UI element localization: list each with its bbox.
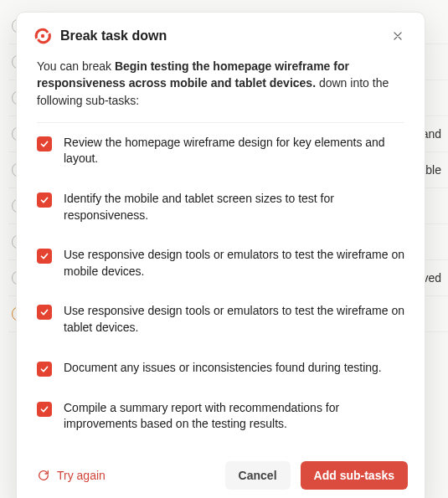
check-icon [39,404,49,414]
modal-intro: You can break Begin testing the homepage… [17,58,425,122]
subtask-row[interactable]: Review the homepage wireframe design for… [37,123,404,179]
subtask-row[interactable]: Identify the mobile and tablet screen si… [37,179,404,235]
break-task-down-modal: Break task down You can break Begin test… [16,12,425,498]
modal-header: Break task down [17,13,425,58]
subtask-checkbox[interactable] [37,193,52,208]
subtask-label: Identify the mobile and tablet screen si… [64,191,404,223]
subtask-row[interactable]: Compile a summary report with recommenda… [37,388,404,444]
close-button[interactable] [388,26,408,46]
close-icon [392,30,404,42]
subtask-row[interactable]: Document any issues or inconsistencies f… [37,348,404,388]
svg-point-0 [41,34,44,38]
subtask-label: Use responsive design tools or emulators… [64,247,404,280]
subtask-row[interactable]: Use responsive design tools or emulators… [37,291,404,347]
ai-swirl-icon [33,27,52,45]
subtask-checkbox[interactable] [37,305,52,320]
subtask-label: Document any issues or inconsistencies f… [64,360,404,377]
subtask-row[interactable]: Use responsive design tools or emulators… [37,235,404,291]
try-again-button[interactable]: Try again [33,464,109,487]
subtask-checkbox[interactable] [37,249,52,264]
subtask-list: Review the homepage wireframe design for… [37,122,404,448]
intro-prefix: You can break [37,59,115,73]
subtask-checkbox[interactable] [37,402,52,417]
check-icon [39,195,49,205]
modal-title: Break task down [60,28,388,44]
subtask-checkbox[interactable] [37,362,52,377]
subtask-checkbox[interactable] [37,136,52,151]
refresh-icon [37,469,50,482]
modal-footer: Try again Cancel Add sub-tasks [17,448,425,498]
try-again-label: Try again [57,469,106,482]
subtask-label: Use responsive design tools or emulators… [64,303,404,336]
check-icon [39,251,49,261]
check-icon [39,364,49,374]
add-subtasks-button[interactable]: Add sub-tasks [301,461,408,490]
subtask-label: Review the homepage wireframe design for… [64,135,404,167]
check-icon [39,139,49,149]
check-icon [39,307,49,317]
cancel-button[interactable]: Cancel [225,461,291,490]
subtask-label: Compile a summary report with recommenda… [64,400,404,433]
